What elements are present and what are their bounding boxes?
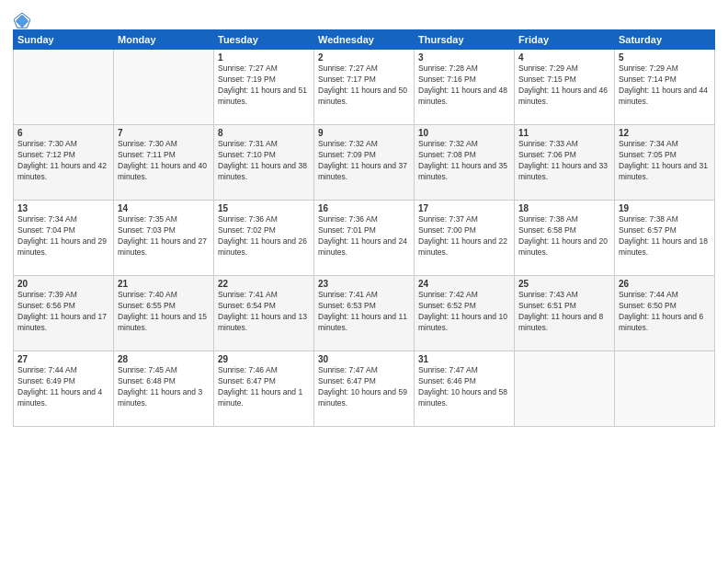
calendar-cell: 18Sunrise: 7:38 AMSunset: 6:58 PMDayligh… <box>515 201 615 276</box>
day-detail: Sunrise: 7:38 AMSunset: 6:58 PMDaylight:… <box>518 214 610 259</box>
day-number: 21 <box>118 279 210 289</box>
day-number: 2 <box>318 52 410 63</box>
calendar-cell: 16Sunrise: 7:36 AMSunset: 7:01 PMDayligh… <box>314 201 415 276</box>
calendar-cell: 4Sunrise: 7:29 AMSunset: 7:15 PMDaylight… <box>515 50 615 125</box>
logo-icon <box>14 13 30 29</box>
day-detail: Sunrise: 7:36 AMSunset: 7:02 PMDaylight:… <box>218 214 310 259</box>
calendar-table: SundayMondayTuesdayWednesdayThursdayFrid… <box>13 29 715 427</box>
day-detail: Sunrise: 7:39 AMSunset: 6:56 PMDaylight:… <box>17 290 109 334</box>
day-header: Thursday <box>415 30 515 50</box>
day-header: Wednesday <box>314 30 415 50</box>
day-number: 22 <box>218 279 310 289</box>
calendar-cell: 1Sunrise: 7:27 AMSunset: 7:19 PMDaylight… <box>214 50 314 125</box>
day-number: 16 <box>318 203 410 213</box>
day-detail: Sunrise: 7:47 AMSunset: 6:47 PMDaylight:… <box>318 365 410 409</box>
calendar-cell: 19Sunrise: 7:38 AMSunset: 6:57 PMDayligh… <box>615 201 715 276</box>
day-detail: Sunrise: 7:44 AMSunset: 6:49 PMDaylight:… <box>17 365 109 409</box>
page-container: SundayMondayTuesdayWednesdayThursdayFrid… <box>0 0 728 432</box>
calendar-week-row: 1Sunrise: 7:27 AMSunset: 7:19 PMDaylight… <box>14 50 715 125</box>
calendar-cell: 11Sunrise: 7:33 AMSunset: 7:06 PMDayligh… <box>515 125 615 201</box>
day-detail: Sunrise: 7:32 AMSunset: 7:08 PMDaylight:… <box>418 139 510 183</box>
day-number: 31 <box>418 354 510 364</box>
day-number: 1 <box>218 52 310 63</box>
day-number: 29 <box>218 354 310 364</box>
day-detail: Sunrise: 7:34 AMSunset: 7:05 PMDaylight:… <box>619 139 711 183</box>
calendar-cell <box>515 351 615 427</box>
calendar-cell: 5Sunrise: 7:29 AMSunset: 7:14 PMDaylight… <box>615 50 715 125</box>
day-number: 6 <box>17 128 109 138</box>
day-header: Saturday <box>615 30 715 50</box>
calendar-week-row: 13Sunrise: 7:34 AMSunset: 7:04 PMDayligh… <box>14 201 715 276</box>
calendar-cell: 23Sunrise: 7:41 AMSunset: 6:53 PMDayligh… <box>314 276 415 351</box>
day-header: Tuesday <box>214 30 314 50</box>
day-detail: Sunrise: 7:34 AMSunset: 7:04 PMDaylight:… <box>17 214 109 259</box>
day-number: 20 <box>17 279 109 289</box>
calendar-week-row: 20Sunrise: 7:39 AMSunset: 6:56 PMDayligh… <box>14 276 715 351</box>
calendar-cell: 29Sunrise: 7:46 AMSunset: 6:47 PMDayligh… <box>214 351 314 427</box>
day-detail: Sunrise: 7:36 AMSunset: 7:01 PMDaylight:… <box>318 214 410 259</box>
day-detail: Sunrise: 7:33 AMSunset: 7:06 PMDaylight:… <box>518 139 610 183</box>
day-detail: Sunrise: 7:32 AMSunset: 7:09 PMDaylight:… <box>318 139 410 183</box>
calendar-cell: 9Sunrise: 7:32 AMSunset: 7:09 PMDaylight… <box>314 125 415 201</box>
day-detail: Sunrise: 7:44 AMSunset: 6:50 PMDaylight:… <box>619 290 711 334</box>
day-detail: Sunrise: 7:27 AMSunset: 7:17 PMDaylight:… <box>318 63 410 108</box>
day-number: 11 <box>518 128 610 138</box>
day-number: 13 <box>17 203 109 213</box>
day-detail: Sunrise: 7:37 AMSunset: 7:00 PMDaylight:… <box>418 214 510 259</box>
header <box>13 9 715 26</box>
day-number: 4 <box>518 52 610 63</box>
day-detail: Sunrise: 7:27 AMSunset: 7:19 PMDaylight:… <box>218 63 310 108</box>
calendar-cell: 10Sunrise: 7:32 AMSunset: 7:08 PMDayligh… <box>415 125 515 201</box>
calendar-cell: 14Sunrise: 7:35 AMSunset: 7:03 PMDayligh… <box>114 201 214 276</box>
day-number: 8 <box>218 128 310 138</box>
day-number: 12 <box>619 128 711 138</box>
calendar-cell: 17Sunrise: 7:37 AMSunset: 7:00 PMDayligh… <box>415 201 515 276</box>
calendar-cell: 28Sunrise: 7:45 AMSunset: 6:48 PMDayligh… <box>114 351 214 427</box>
day-number: 14 <box>118 203 210 213</box>
day-number: 24 <box>418 279 510 289</box>
calendar-cell: 2Sunrise: 7:27 AMSunset: 7:17 PMDaylight… <box>314 50 415 125</box>
calendar-cell: 8Sunrise: 7:31 AMSunset: 7:10 PMDaylight… <box>214 125 314 201</box>
day-number: 26 <box>619 279 711 289</box>
day-number: 15 <box>218 203 310 213</box>
day-number: 17 <box>418 203 510 213</box>
day-header: Friday <box>515 30 615 50</box>
day-number: 23 <box>318 279 410 289</box>
calendar-cell: 26Sunrise: 7:44 AMSunset: 6:50 PMDayligh… <box>615 276 715 351</box>
calendar-cell: 30Sunrise: 7:47 AMSunset: 6:47 PMDayligh… <box>314 351 415 427</box>
calendar-cell: 24Sunrise: 7:42 AMSunset: 6:52 PMDayligh… <box>415 276 515 351</box>
day-detail: Sunrise: 7:31 AMSunset: 7:10 PMDaylight:… <box>218 139 310 183</box>
calendar-cell: 15Sunrise: 7:36 AMSunset: 7:02 PMDayligh… <box>214 201 314 276</box>
day-detail: Sunrise: 7:40 AMSunset: 6:55 PMDaylight:… <box>118 290 210 334</box>
calendar-cell: 7Sunrise: 7:30 AMSunset: 7:11 PMDaylight… <box>114 125 214 201</box>
calendar-cell <box>615 351 715 427</box>
day-detail: Sunrise: 7:45 AMSunset: 6:48 PMDaylight:… <box>118 365 210 409</box>
day-number: 5 <box>619 52 711 63</box>
calendar-cell: 12Sunrise: 7:34 AMSunset: 7:05 PMDayligh… <box>615 125 715 201</box>
calendar-cell: 27Sunrise: 7:44 AMSunset: 6:49 PMDayligh… <box>14 351 114 427</box>
day-detail: Sunrise: 7:47 AMSunset: 6:46 PMDaylight:… <box>418 365 510 409</box>
day-detail: Sunrise: 7:46 AMSunset: 6:47 PMDaylight:… <box>218 365 310 409</box>
day-detail: Sunrise: 7:42 AMSunset: 6:52 PMDaylight:… <box>418 290 510 334</box>
day-detail: Sunrise: 7:43 AMSunset: 6:51 PMDaylight:… <box>518 290 610 334</box>
day-number: 25 <box>518 279 610 289</box>
day-number: 18 <box>518 203 610 213</box>
day-detail: Sunrise: 7:41 AMSunset: 6:54 PMDaylight:… <box>218 290 310 334</box>
calendar-cell: 6Sunrise: 7:30 AMSunset: 7:12 PMDaylight… <box>14 125 114 201</box>
logo <box>13 13 30 26</box>
calendar-cell: 21Sunrise: 7:40 AMSunset: 6:55 PMDayligh… <box>114 276 214 351</box>
day-number: 9 <box>318 128 410 138</box>
calendar-week-row: 6Sunrise: 7:30 AMSunset: 7:12 PMDaylight… <box>14 125 715 201</box>
calendar-cell: 25Sunrise: 7:43 AMSunset: 6:51 PMDayligh… <box>515 276 615 351</box>
day-detail: Sunrise: 7:41 AMSunset: 6:53 PMDaylight:… <box>318 290 410 334</box>
day-detail: Sunrise: 7:38 AMSunset: 6:57 PMDaylight:… <box>619 214 711 259</box>
calendar-cell: 3Sunrise: 7:28 AMSunset: 7:16 PMDaylight… <box>415 50 515 125</box>
calendar-week-row: 27Sunrise: 7:44 AMSunset: 6:49 PMDayligh… <box>14 351 715 427</box>
day-number: 28 <box>118 354 210 364</box>
calendar-cell: 20Sunrise: 7:39 AMSunset: 6:56 PMDayligh… <box>14 276 114 351</box>
calendar-cell: 13Sunrise: 7:34 AMSunset: 7:04 PMDayligh… <box>14 201 114 276</box>
day-detail: Sunrise: 7:29 AMSunset: 7:14 PMDaylight:… <box>619 63 711 108</box>
header-row: SundayMondayTuesdayWednesdayThursdayFrid… <box>14 30 715 50</box>
day-number: 7 <box>118 128 210 138</box>
day-header: Monday <box>114 30 214 50</box>
